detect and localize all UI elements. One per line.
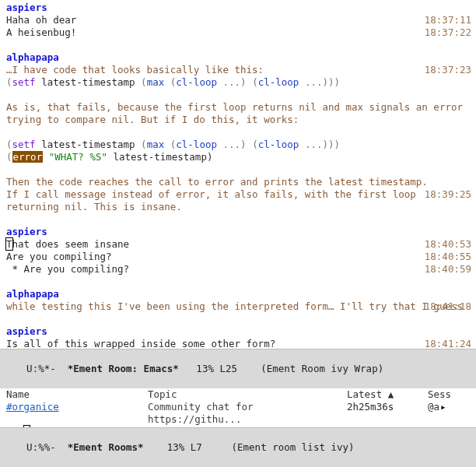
room-name-cell[interactable]: #organice [6, 401, 148, 413]
message-text: As is, that fails, because the first loo… [6, 101, 469, 125]
message-text: hat does seem insane [12, 238, 130, 250]
author-name: aspiers [6, 325, 47, 337]
chat-line: aspiers [6, 325, 474, 338]
room-row[interactable]: #organiceCommunity chat for https://gith… [6, 401, 470, 426]
code-line: (setf latest-timestamp (max (cl-loop ...… [6, 139, 474, 151]
chat-line: aspiers [6, 226, 474, 238]
message-text: …I have code that looks basically like t… [6, 64, 264, 75]
message-text: A heisenbug! [6, 26, 76, 38]
rooms-pane[interactable]: Name Topic Latest ▲ Sess #organiceCommun… [0, 388, 476, 427]
timestamp: 18:37:11 [425, 14, 471, 26]
col-topic[interactable]: Topic [148, 388, 347, 401]
author-name: alphapapa [6, 51, 59, 63]
chat-line [6, 276, 474, 288]
modeline2-buffer: *Ement Rooms* [61, 441, 149, 453]
chat-line: Then the code reaches the call to error … [6, 176, 474, 188]
modeline2-mode: (Ement room list ivy) [202, 441, 355, 453]
chat-line: 18:37:23…I have code that looks basicall… [6, 64, 474, 76]
chat-line: 18:37:22A heisenbug! [6, 26, 474, 39]
chat-line [6, 126, 474, 139]
modeline-pos: 13% L25 [184, 363, 237, 374]
chat-line: 18:41:18while testing this I've been usi… [6, 300, 474, 313]
rooms-header: Name Topic Latest ▲ Sess [6, 388, 470, 401]
chat-line [6, 89, 474, 101]
rooms-body: #organiceCommunity chat for https://gith… [6, 401, 470, 427]
message-text: while testing this I've been using the i… [6, 300, 463, 312]
message-text: Is all of this wrapped inside some other… [6, 338, 275, 349]
timestamp: 18:40:55 [425, 251, 471, 263]
message-text: Haha oh dear [6, 14, 76, 26]
author-name: aspiers [6, 226, 47, 237]
chat-line: 18:40:53That does seem insane [6, 238, 474, 251]
modeline-mode: (Ement Room ivy Wrap) [237, 363, 383, 374]
chat-line: alphapapa [6, 51, 474, 64]
col-latest[interactable]: Latest ▲ [347, 388, 428, 401]
chat-line: alphapapa [6, 288, 474, 300]
room-session: @a [428, 401, 474, 413]
chat-line [6, 213, 474, 226]
timestamp: 18:37:22 [425, 26, 471, 39]
chat-line: 18:39:25If I call message instead of err… [6, 188, 474, 213]
author-name: aspiers [6, 2, 47, 13]
message-text: If I call message instead of error, it a… [6, 188, 422, 212]
modeline2-left: U:%%- [26, 441, 61, 453]
chat-line: As is, that fails, because the first loo… [6, 101, 474, 126]
chat-line: 18:40:55Are you compiling? [6, 251, 474, 263]
room-latest: 2h25m36s [347, 401, 428, 413]
chat-line [6, 39, 474, 51]
message-text: * Are you compiling? [6, 263, 129, 275]
timestamp: 18:41:24 [425, 338, 471, 349]
chat-line: 18:37:11Haha oh dear [6, 14, 474, 26]
chat-line [6, 313, 474, 325]
modeline2-pos: 13% L7 [149, 441, 202, 453]
modeline-rooms: U:%%- *Ement Rooms* 13% L7 (Ement room l… [0, 427, 476, 467]
chat-line: 18:41:24Is all of this wrapped inside so… [6, 338, 474, 349]
chat-line: aspiers [6, 2, 474, 14]
message-text: Then the code reaches the call to error … [6, 176, 428, 188]
chat-pane[interactable]: aspiers18:37:11Haha oh dear18:37:22A hei… [0, 0, 476, 349]
timestamp: 18:41:18 [425, 300, 471, 313]
timestamp: 18:39:25 [425, 188, 471, 201]
room-topic: Community chat for https://githu... [148, 401, 347, 426]
message-text: Are you compiling? [6, 251, 111, 262]
chat-line [6, 163, 474, 176]
author-name: alphapapa [6, 288, 59, 300]
timestamp: 18:40:53 [425, 238, 471, 251]
timestamp: 18:40:59 [425, 263, 471, 276]
code-line: (setf latest-timestamp (max (cl-loop ...… [6, 76, 474, 89]
modeline-buffer: *Ement Room: Emacs* [61, 363, 184, 374]
timestamp: 18:37:23 [425, 64, 471, 76]
modeline-chat: U:%*- *Ement Room: Emacs* 13% L25 (Ement… [0, 349, 476, 388]
chat-line: 18:40:59 * Are you compiling? [6, 263, 474, 276]
error-keyword: error [12, 151, 44, 163]
modeline-left: U:%*- [26, 363, 61, 374]
room-link[interactable]: #organice [6, 401, 59, 413]
col-name[interactable]: Name [6, 388, 148, 401]
col-session[interactable]: Sess [428, 388, 474, 401]
code-line: (error "WHAT? %S" latest-timestamp) [6, 151, 474, 163]
